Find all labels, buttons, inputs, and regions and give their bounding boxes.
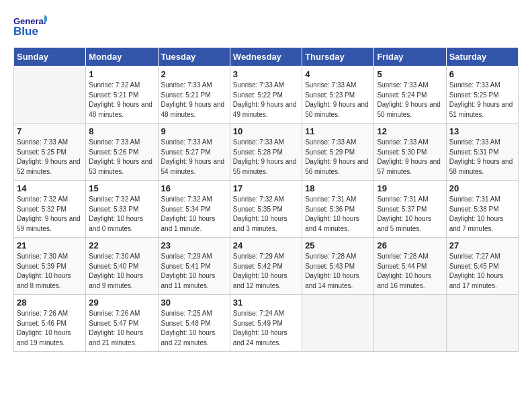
- calendar-cell: 7Sunrise: 7:33 AMSunset: 5:25 PMDaylight…: [14, 124, 86, 181]
- day-info: Sunrise: 7:33 AMSunset: 5:25 PMDaylight:…: [17, 138, 83, 177]
- day-info: Sunrise: 7:33 AMSunset: 5:28 PMDaylight:…: [233, 138, 299, 177]
- day-number: 16: [161, 183, 227, 193]
- calendar-cell: 4Sunrise: 7:33 AMSunset: 5:23 PMDaylight…: [302, 66, 374, 124]
- calendar-cell: 13Sunrise: 7:33 AMSunset: 5:31 PMDayligh…: [446, 124, 518, 181]
- day-info: Sunrise: 7:33 AMSunset: 5:24 PMDaylight:…: [377, 81, 443, 120]
- day-number: 21: [17, 240, 83, 250]
- calendar-cell: 24Sunrise: 7:29 AMSunset: 5:42 PMDayligh…: [230, 238, 302, 295]
- calendar-cell: 31Sunrise: 7:24 AMSunset: 5:49 PMDayligh…: [230, 295, 302, 352]
- day-number: 4: [305, 69, 371, 79]
- day-number: 12: [377, 126, 443, 136]
- day-info: Sunrise: 7:33 AMSunset: 5:22 PMDaylight:…: [233, 81, 299, 120]
- day-info: Sunrise: 7:29 AMSunset: 5:42 PMDaylight:…: [233, 252, 299, 291]
- logo: General Blue: [13, 13, 47, 40]
- calendar-cell: 26Sunrise: 7:28 AMSunset: 5:44 PMDayligh…: [374, 238, 446, 295]
- day-header-wednesday: Wednesday: [230, 48, 302, 66]
- calendar-cell: 22Sunrise: 7:30 AMSunset: 5:40 PMDayligh…: [86, 238, 158, 295]
- calendar-cell: [446, 295, 518, 352]
- day-info: Sunrise: 7:26 AMSunset: 5:47 PMDaylight:…: [89, 309, 154, 348]
- day-header-friday: Friday: [374, 48, 446, 66]
- day-number: 31: [233, 298, 299, 308]
- day-info: Sunrise: 7:33 AMSunset: 5:23 PMDaylight:…: [305, 81, 371, 120]
- day-number: 10: [233, 126, 299, 136]
- svg-text:Blue: Blue: [13, 25, 38, 38]
- calendar-cell: 11Sunrise: 7:33 AMSunset: 5:29 PMDayligh…: [302, 124, 374, 181]
- day-info: Sunrise: 7:33 AMSunset: 5:26 PMDaylight:…: [89, 138, 154, 177]
- day-info: Sunrise: 7:27 AMSunset: 5:45 PMDaylight:…: [449, 252, 515, 291]
- day-header-thursday: Thursday: [302, 48, 374, 66]
- calendar-cell: 20Sunrise: 7:31 AMSunset: 5:38 PMDayligh…: [446, 181, 518, 238]
- day-info: Sunrise: 7:33 AMSunset: 5:29 PMDaylight:…: [305, 138, 371, 177]
- calendar-cell: 16Sunrise: 7:32 AMSunset: 5:34 PMDayligh…: [158, 181, 230, 238]
- calendar-cell: 6Sunrise: 7:33 AMSunset: 5:25 PMDaylight…: [446, 66, 518, 124]
- day-info: Sunrise: 7:31 AMSunset: 5:38 PMDaylight:…: [449, 195, 515, 234]
- calendar-cell: 1Sunrise: 7:32 AMSunset: 5:21 PMDaylight…: [86, 66, 158, 124]
- calendar-week-row: 28Sunrise: 7:26 AMSunset: 5:46 PMDayligh…: [14, 295, 519, 352]
- day-info: Sunrise: 7:33 AMSunset: 5:25 PMDaylight:…: [449, 81, 515, 120]
- calendar-cell: 14Sunrise: 7:32 AMSunset: 5:32 PMDayligh…: [14, 181, 86, 238]
- day-number: 11: [305, 126, 371, 136]
- day-info: Sunrise: 7:32 AMSunset: 5:33 PMDaylight:…: [89, 195, 154, 234]
- calendar-cell: 9Sunrise: 7:33 AMSunset: 5:27 PMDaylight…: [158, 124, 230, 181]
- calendar-cell: [14, 66, 86, 124]
- day-info: Sunrise: 7:28 AMSunset: 5:43 PMDaylight:…: [305, 252, 371, 291]
- day-info: Sunrise: 7:33 AMSunset: 5:30 PMDaylight:…: [377, 138, 443, 177]
- day-number: 23: [161, 240, 227, 250]
- day-header-sunday: Sunday: [14, 48, 86, 66]
- day-info: Sunrise: 7:33 AMSunset: 5:31 PMDaylight:…: [449, 138, 515, 177]
- calendar-cell: 8Sunrise: 7:33 AMSunset: 5:26 PMDaylight…: [86, 124, 158, 181]
- calendar-week-row: 7Sunrise: 7:33 AMSunset: 5:25 PMDaylight…: [14, 124, 519, 181]
- day-number: 19: [377, 183, 443, 193]
- day-info: Sunrise: 7:32 AMSunset: 5:32 PMDaylight:…: [17, 195, 83, 234]
- day-number: 1: [89, 69, 154, 79]
- calendar-cell: 10Sunrise: 7:33 AMSunset: 5:28 PMDayligh…: [230, 124, 302, 181]
- calendar-cell: [374, 295, 446, 352]
- calendar-cell: 27Sunrise: 7:27 AMSunset: 5:45 PMDayligh…: [446, 238, 518, 295]
- day-info: Sunrise: 7:32 AMSunset: 5:21 PMDaylight:…: [89, 81, 154, 120]
- day-number: 5: [377, 69, 443, 79]
- calendar-cell: 2Sunrise: 7:33 AMSunset: 5:21 PMDaylight…: [158, 66, 230, 124]
- day-number: 26: [377, 240, 443, 250]
- calendar-cell: 29Sunrise: 7:26 AMSunset: 5:47 PMDayligh…: [86, 295, 158, 352]
- day-info: Sunrise: 7:26 AMSunset: 5:46 PMDaylight:…: [17, 309, 83, 348]
- day-info: Sunrise: 7:31 AMSunset: 5:37 PMDaylight:…: [377, 195, 443, 234]
- calendar-week-row: 21Sunrise: 7:30 AMSunset: 5:39 PMDayligh…: [14, 238, 519, 295]
- calendar-cell: 18Sunrise: 7:31 AMSunset: 5:36 PMDayligh…: [302, 181, 374, 238]
- day-header-monday: Monday: [86, 48, 158, 66]
- day-number: 29: [89, 298, 154, 308]
- day-number: 28: [17, 298, 83, 308]
- day-number: 27: [449, 240, 515, 250]
- page-header: General Blue: [13, 13, 519, 40]
- day-info: Sunrise: 7:31 AMSunset: 5:36 PMDaylight:…: [305, 195, 371, 234]
- day-number: 18: [305, 183, 371, 193]
- calendar-cell: 28Sunrise: 7:26 AMSunset: 5:46 PMDayligh…: [14, 295, 86, 352]
- calendar-table: SundayMondayTuesdayWednesdayThursdayFrid…: [13, 47, 519, 352]
- day-info: Sunrise: 7:32 AMSunset: 5:34 PMDaylight:…: [161, 195, 227, 234]
- day-info: Sunrise: 7:29 AMSunset: 5:41 PMDaylight:…: [161, 252, 227, 291]
- day-info: Sunrise: 7:30 AMSunset: 5:40 PMDaylight:…: [89, 252, 154, 291]
- day-info: Sunrise: 7:28 AMSunset: 5:44 PMDaylight:…: [377, 252, 443, 291]
- calendar-cell: 17Sunrise: 7:32 AMSunset: 5:35 PMDayligh…: [230, 181, 302, 238]
- svg-marker-2: [44, 15, 47, 23]
- day-number: 9: [161, 126, 227, 136]
- calendar-cell: 3Sunrise: 7:33 AMSunset: 5:22 PMDaylight…: [230, 66, 302, 124]
- calendar-cell: 15Sunrise: 7:32 AMSunset: 5:33 PMDayligh…: [86, 181, 158, 238]
- calendar-cell: 25Sunrise: 7:28 AMSunset: 5:43 PMDayligh…: [302, 238, 374, 295]
- day-number: 22: [89, 240, 154, 250]
- calendar-cell: 30Sunrise: 7:25 AMSunset: 5:48 PMDayligh…: [158, 295, 230, 352]
- day-info: Sunrise: 7:25 AMSunset: 5:48 PMDaylight:…: [161, 309, 227, 348]
- calendar-cell: 23Sunrise: 7:29 AMSunset: 5:41 PMDayligh…: [158, 238, 230, 295]
- day-number: 15: [89, 183, 154, 193]
- calendar-cell: 21Sunrise: 7:30 AMSunset: 5:39 PMDayligh…: [14, 238, 86, 295]
- day-number: 8: [89, 126, 154, 136]
- day-number: 17: [233, 183, 299, 193]
- day-number: 3: [233, 69, 299, 79]
- day-info: Sunrise: 7:24 AMSunset: 5:49 PMDaylight:…: [233, 309, 299, 348]
- day-header-saturday: Saturday: [446, 48, 518, 66]
- day-number: 24: [233, 240, 299, 250]
- calendar-week-row: 14Sunrise: 7:32 AMSunset: 5:32 PMDayligh…: [14, 181, 519, 238]
- calendar-body: 1Sunrise: 7:32 AMSunset: 5:21 PMDaylight…: [14, 66, 519, 352]
- day-number: 30: [161, 298, 227, 308]
- logo-svg: General Blue: [13, 13, 47, 40]
- day-number: 20: [449, 183, 515, 193]
